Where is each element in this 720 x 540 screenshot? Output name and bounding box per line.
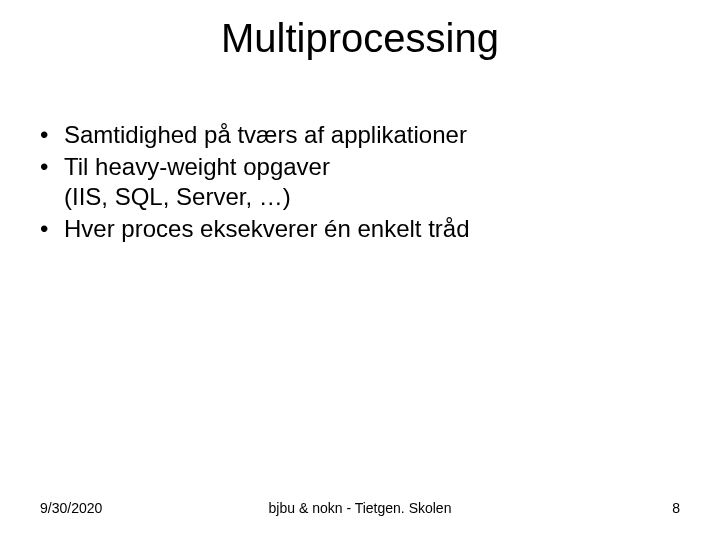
bullet-text: Til heavy-weight opgaver (64, 153, 330, 180)
list-item: Til heavy-weight opgaver (IIS, SQL, Serv… (40, 152, 680, 212)
slide-body: Samtidighed på tværs af applikationer Ti… (40, 120, 680, 246)
list-item: Samtidighed på tværs af applikationer (40, 120, 680, 150)
slide-title: Multiprocessing (0, 16, 720, 61)
bullet-subtext: (IIS, SQL, Server, …) (64, 182, 680, 212)
bullet-text: Samtidighed på tværs af applikationer (64, 121, 467, 148)
bullet-text: Hver proces eksekverer én enkelt tråd (64, 215, 470, 242)
slide: Multiprocessing Samtidighed på tværs af … (0, 0, 720, 540)
footer-page-number: 8 (672, 500, 680, 516)
bullet-list: Samtidighed på tværs af applikationer Ti… (40, 120, 680, 244)
list-item: Hver proces eksekverer én enkelt tråd (40, 214, 680, 244)
footer-center: bjbu & nokn - Tietgen. Skolen (0, 500, 720, 516)
slide-footer: 9/30/2020 bjbu & nokn - Tietgen. Skolen … (0, 496, 720, 516)
